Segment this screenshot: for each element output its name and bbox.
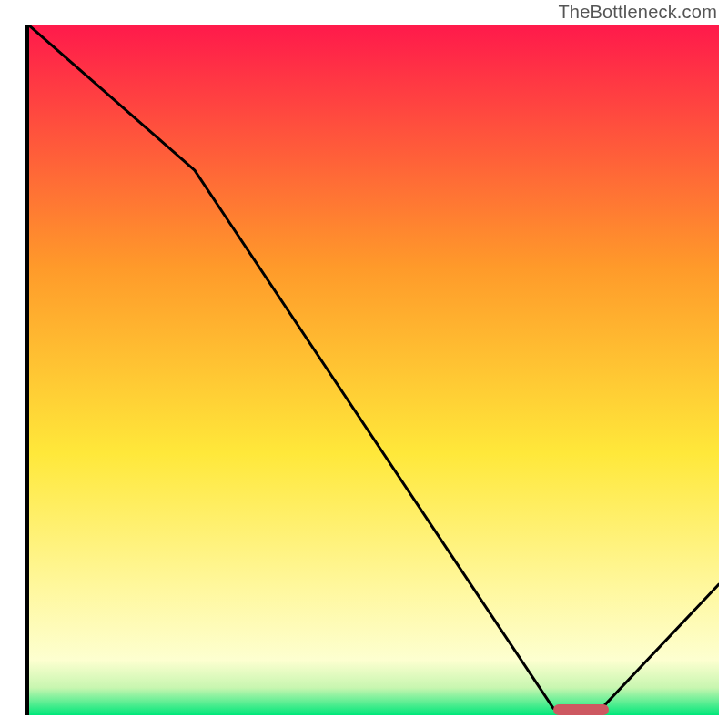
gradient-background (29, 25, 719, 715)
plot-area (25, 25, 715, 715)
optimal-range-marker (553, 704, 609, 715)
watermark-text: TheBottleneck.com (558, 2, 717, 23)
chart-svg (29, 25, 719, 715)
